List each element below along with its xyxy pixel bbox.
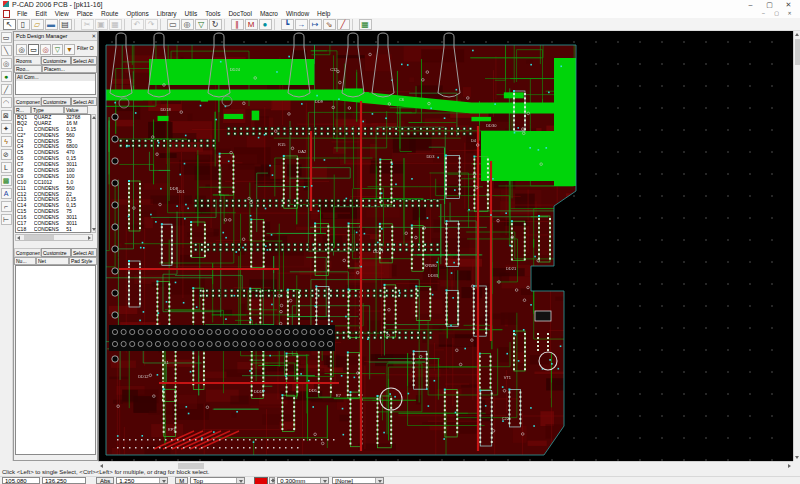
panel-close-icon[interactable]: ✕ — [91, 32, 96, 41]
line-width-select[interactable]: 0.300mm — [277, 477, 329, 484]
menu-edit[interactable]: Edit — [31, 9, 50, 18]
zoom-window-button[interactable]: ▭ — [167, 19, 180, 30]
route-t-button[interactable]: ↦ — [309, 19, 322, 30]
polygon-tool-button[interactable]: ⊠ — [1, 110, 12, 121]
zoom-tool-button[interactable]: ◎ — [1, 58, 12, 69]
components-table[interactable]: BQ1QUARZ32768BQ2QUARZ16 MC1CONDENS0,15C2… — [15, 114, 91, 233]
dropdown-arrow-icon[interactable] — [375, 478, 383, 483]
bitmap-a-button[interactable]: ∥ — [231, 19, 244, 30]
coordinate-x-field[interactable]: 105.080 — [2, 477, 40, 484]
copy-button[interactable]: ▣ — [95, 19, 108, 30]
rooms-customize-button[interactable]: Customize — [41, 56, 71, 65]
menu-file[interactable]: File — [13, 9, 31, 18]
rooms-select-all-button[interactable]: Select All — [71, 56, 97, 65]
dm-room-icon[interactable]: ▭ — [28, 44, 39, 55]
dropdown-arrow-icon[interactable] — [236, 478, 244, 483]
vscroll-thumb[interactable] — [795, 39, 800, 65]
metric-button[interactable]: M — [175, 477, 188, 484]
rooms-column-placement[interactable]: Placem... — [42, 65, 97, 73]
menu-view[interactable]: View — [51, 9, 73, 18]
dropdown-arrow-icon[interactable] — [159, 478, 167, 483]
route-interactive-button[interactable]: ⇘ — [323, 19, 336, 30]
copper-pour-tool-button[interactable]: ✦ — [1, 123, 12, 134]
rooms-list-item[interactable]: All Com... — [16, 74, 95, 81]
menu-place[interactable]: Place — [73, 9, 97, 18]
connection-tool-button[interactable]: ⌐ — [1, 201, 12, 212]
menu-macro[interactable]: Macro — [256, 9, 282, 18]
field-tool-button[interactable]: ▩ — [1, 175, 12, 186]
zoom-button[interactable]: ◎ — [181, 19, 194, 30]
components-table-hscrollbar[interactable] — [15, 234, 93, 241]
components-customize-button[interactable]: Customize — [41, 97, 71, 106]
components-column-value[interactable]: Value — [64, 106, 88, 114]
filter-button[interactable]: ▽ — [195, 19, 208, 30]
select-tool-button[interactable]: ↖ — [3, 19, 16, 30]
component-row[interactable]: C18CONDENS51 — [16, 227, 90, 233]
menu-route[interactable]: Route — [97, 9, 122, 18]
pins-select-all-button[interactable]: Select All — [71, 248, 97, 257]
dm-search-icon[interactable]: ◎ — [40, 44, 51, 55]
save-file-button[interactable]: ▬ — [45, 19, 58, 30]
menu-options[interactable]: Options — [122, 9, 152, 18]
components-column-refdes[interactable]: R... — [14, 106, 31, 114]
dm-filter-edit-icon[interactable]: ▼ — [64, 44, 75, 55]
pins-list[interactable] — [15, 265, 96, 455]
drc-button[interactable]: ▦ — [359, 19, 372, 30]
pcb-editor-canvas[interactable] — [98, 31, 794, 461]
route-straight-button[interactable]: → — [295, 19, 308, 30]
canvas-horizontal-scrollbar[interactable] — [98, 461, 793, 469]
mdi-minimize-button[interactable]: – — [757, 9, 770, 17]
text-tool-button[interactable]: A — [1, 188, 12, 199]
minimize-button[interactable]: – — [741, 0, 760, 9]
cut-button[interactable]: ✂ — [81, 19, 94, 30]
pins-column-number[interactable]: Nu... — [14, 257, 36, 265]
layer-select[interactable]: Top — [190, 477, 245, 484]
dropdown-arrow-icon[interactable] — [320, 478, 328, 483]
menu-doctool[interactable]: DocTool — [224, 9, 255, 18]
print-button[interactable]: ▤ — [59, 19, 72, 30]
layer-spinner[interactable] — [269, 477, 275, 484]
maximize-button[interactable]: ▢ — [760, 0, 779, 9]
arc-tool-button[interactable]: ◠ — [1, 97, 12, 108]
titleblock-tool-button[interactable]: ▭ — [1, 32, 12, 43]
dimension-tool-button[interactable]: ⊢ — [1, 214, 12, 225]
dm-zoom-icon[interactable]: ◎ — [16, 44, 27, 55]
menu-utils[interactable]: Utils — [181, 9, 202, 18]
paste-button[interactable]: ▦ — [109, 19, 122, 30]
keepout-tool-button[interactable]: ⊘ — [1, 149, 12, 160]
redo-button[interactable]: ↷ — [145, 19, 158, 30]
line-tool-button[interactable]: ╲ — [1, 45, 12, 56]
canvas-vertical-scrollbar[interactable] — [793, 31, 800, 461]
route-manual-button[interactable]: ╱ — [337, 19, 350, 30]
grid-select[interactable]: 1.250 — [116, 477, 168, 484]
abs-rel-button[interactable]: Abs — [96, 477, 114, 484]
point-tool-button[interactable]: ● — [1, 71, 12, 82]
plane-tool-button[interactable]: L — [1, 162, 12, 173]
record-macro-button[interactable]: ● — [259, 19, 272, 30]
pins-column-pad-style[interactable]: Pad Style — [69, 257, 97, 265]
rooms-column-room[interactable]: Roo... — [14, 65, 42, 73]
layer-color-swatch[interactable] — [254, 477, 268, 484]
cutout-tool-button[interactable]: ϟ — [1, 136, 12, 147]
menu-window[interactable]: Window — [282, 9, 313, 18]
menu-tools[interactable]: Tools — [201, 9, 224, 18]
menu-library[interactable]: Library — [153, 9, 181, 18]
close-button[interactable]: ✕ — [779, 0, 798, 9]
bitmap-b-button[interactable]: M — [245, 19, 258, 30]
menu-help[interactable]: Help — [313, 9, 334, 18]
diag-line-tool-button[interactable]: ╱ — [1, 84, 12, 95]
pins-column-net[interactable]: Net — [36, 257, 69, 265]
style-select[interactable]: [None] — [332, 477, 384, 484]
undo-button[interactable]: ↶ — [131, 19, 144, 30]
components-table-vscrollbar[interactable] — [91, 114, 96, 233]
mdi-close-button[interactable]: ✕ — [783, 9, 796, 17]
pins-customize-button[interactable]: Customize — [41, 248, 71, 257]
mdi-restore-button[interactable]: ▢ — [770, 9, 783, 17]
dm-filter-icon[interactable]: ▽ — [52, 44, 63, 55]
redraw-button[interactable]: ↻ — [209, 19, 222, 30]
components-column-type[interactable]: Type — [31, 106, 64, 114]
route-orthogonal-button[interactable]: ┗ — [281, 19, 294, 30]
new-file-button[interactable]: ▯ — [17, 19, 30, 30]
components-select-all-button[interactable]: Select All — [71, 97, 97, 106]
coordinate-y-field[interactable]: 136.250 — [42, 477, 86, 484]
